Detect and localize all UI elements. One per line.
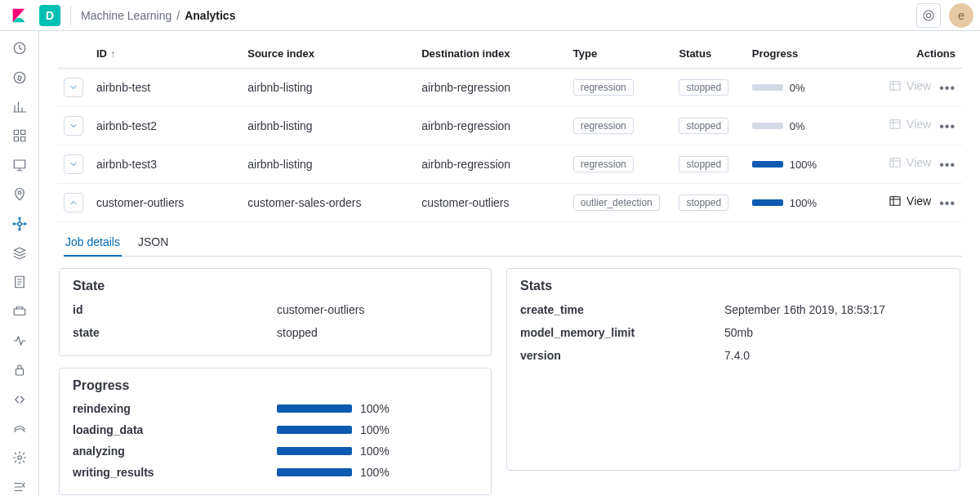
table-row: airbnb-testairbnb-listingairbnb-regressi… (57, 69, 962, 107)
table-icon (889, 156, 902, 169)
table-row: airbnb-test2airbnb-listingairbnb-regress… (57, 107, 962, 145)
stats-version-value: 7.4.0 (724, 349, 750, 362)
svg-rect-4 (14, 131, 18, 135)
cell-dest: customer-outliers (415, 184, 567, 222)
canvas-icon[interactable] (11, 156, 29, 174)
cell-source: airbnb-listing (241, 107, 415, 145)
svg-point-18 (17, 456, 21, 460)
progress-panel: Progressreindexing100%loading_data100%an… (59, 368, 492, 495)
view-button: View (889, 118, 931, 131)
expand-row-button[interactable] (64, 154, 83, 174)
progress-phase-pct: 100% (360, 445, 390, 458)
stats-create-time-value: September 16th 2019, 18:53:17 (724, 303, 885, 316)
tab-job-details[interactable]: Job details (64, 229, 122, 257)
row-menu-button[interactable]: ••• (939, 196, 956, 210)
main-content: ID↑ Source index Destination index Type … (39, 31, 980, 496)
cell-dest: airbnb-regression (415, 145, 567, 184)
progress-label: 100% (790, 159, 817, 171)
avatar-letter: e (958, 9, 964, 22)
col-dest[interactable]: Destination index (415, 39, 567, 69)
uptime-icon[interactable] (11, 332, 29, 350)
stats-mem-value: 50mb (724, 326, 753, 339)
maps-icon[interactable] (11, 185, 29, 203)
svg-rect-7 (20, 137, 24, 141)
status-badge: stopped (679, 194, 728, 211)
detail-tabs: Job detailsJSON (64, 229, 962, 257)
col-progress[interactable]: Progress (746, 39, 874, 69)
expanded-detail-row: Job detailsJSONStateidcustomer-outlierss… (57, 222, 962, 497)
kibana-logo[interactable] (7, 3, 31, 28)
svg-point-3 (14, 72, 25, 83)
cell-id: airbnb-test2 (90, 107, 241, 145)
tab-json[interactable]: JSON (136, 229, 170, 256)
progress-phase-bar (277, 404, 352, 413)
expand-row-button[interactable] (64, 116, 83, 136)
stats-create-time-label: create_time (520, 303, 724, 316)
progress-title: Progress (73, 378, 478, 393)
type-badge: regression (573, 156, 634, 172)
progress-phase-bar (277, 426, 352, 434)
col-source[interactable]: Source index (241, 39, 415, 69)
progress-phase-label: loading_data (73, 423, 277, 436)
table-icon (889, 194, 902, 208)
progress-phase-pct: 100% (360, 466, 390, 479)
type-badge: outlier_detection (573, 194, 660, 211)
dashboard-icon[interactable] (11, 127, 29, 145)
table-icon (889, 79, 902, 92)
svg-point-1 (926, 13, 930, 17)
col-status[interactable]: Status (672, 39, 745, 69)
logs-icon[interactable] (11, 274, 29, 292)
progress-phase-label: analyzing (73, 445, 277, 458)
progress-phase-pct: 100% (360, 402, 390, 415)
discover-icon[interactable] (11, 69, 29, 87)
cell-id: customer-outliers (90, 184, 241, 222)
collapse-icon[interactable] (11, 478, 29, 496)
progress-label: 0% (790, 82, 805, 94)
cell-id: airbnb-test3 (90, 145, 241, 184)
news-feed-button[interactable] (916, 3, 941, 28)
management-icon[interactable] (11, 449, 29, 467)
infrastructure-icon[interactable] (11, 244, 29, 262)
recent-icon[interactable] (11, 39, 29, 57)
user-avatar[interactable]: e (949, 3, 973, 28)
progress-bar (752, 123, 783, 129)
col-type[interactable]: Type (567, 39, 673, 69)
collapse-row-button[interactable] (64, 193, 83, 212)
cell-source: airbnb-listing (241, 69, 415, 107)
progress-phase-bar (277, 468, 352, 476)
col-id[interactable]: ID↑ (90, 39, 241, 69)
svg-point-9 (18, 191, 21, 194)
stats-mem-label: model_memory_limit (520, 326, 724, 339)
visualize-icon[interactable] (11, 98, 29, 116)
breadcrumb-parent[interactable]: Machine Learning (81, 9, 172, 22)
expand-row-button[interactable] (64, 78, 83, 97)
space-selector[interactable]: D (39, 5, 60, 26)
ml-icon[interactable] (11, 215, 29, 233)
row-menu-button[interactable]: ••• (939, 81, 956, 95)
progress-label: 0% (790, 120, 805, 132)
divider (70, 6, 71, 25)
progress-bar (752, 199, 783, 206)
type-badge: regression (573, 79, 634, 96)
space-letter: D (46, 9, 54, 22)
siem-icon[interactable] (11, 361, 29, 379)
stack-monitoring-icon[interactable] (11, 420, 29, 438)
svg-rect-20 (890, 120, 900, 129)
row-menu-button[interactable]: ••• (939, 119, 956, 133)
state-panel: Stateidcustomer-outliersstatestopped (59, 268, 492, 356)
svg-rect-22 (890, 197, 900, 206)
sort-ascending-icon: ↑ (110, 48, 115, 60)
stats-version-label: version (520, 349, 724, 362)
stats-title: Stats (520, 279, 947, 293)
dev-tools-icon[interactable] (11, 391, 29, 409)
state-id-label: id (73, 303, 277, 316)
state-state-value: stopped (277, 326, 318, 339)
view-button: View (889, 156, 931, 169)
svg-rect-5 (20, 131, 24, 135)
stats-panel: Statscreate_timeSeptember 16th 2019, 18:… (506, 268, 960, 471)
breadcrumb-sep: / (176, 9, 180, 22)
row-menu-button[interactable]: ••• (939, 158, 956, 172)
apm-icon[interactable] (11, 302, 29, 320)
state-id-value: customer-outliers (277, 303, 364, 316)
view-button[interactable]: View (889, 194, 931, 208)
